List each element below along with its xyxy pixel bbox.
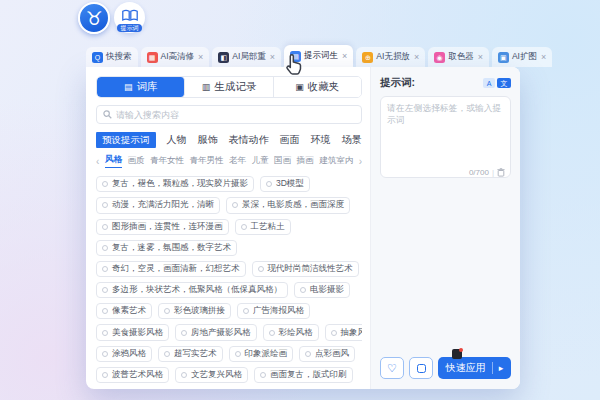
tag-checkbox[interactable] (305, 351, 311, 357)
tag-checkbox[interactable] (269, 330, 275, 336)
tab-close-icon[interactable]: × (342, 51, 347, 61)
tag-chip[interactable]: 电影摄影 (294, 282, 350, 298)
tag-chip[interactable]: 涂鸦风格 (96, 346, 152, 362)
tag-checkbox[interactable] (164, 308, 170, 314)
subcategory-国画[interactable]: 国画 (274, 155, 291, 167)
tag-chip[interactable]: 印象派绘画 (229, 346, 294, 362)
category-画面[interactable]: 画面 (280, 133, 300, 147)
library-tab-收藏夹[interactable]: ▣收藏夹 (274, 77, 361, 97)
tag-chip[interactable]: 美食摄影风格 (96, 324, 169, 340)
tag-chip[interactable]: 波普艺术风格 (96, 367, 169, 383)
tag-checkbox[interactable] (260, 372, 266, 378)
subcategory-老年[interactable]: 老年 (229, 155, 246, 167)
trash-icon[interactable] (497, 168, 505, 177)
copy-button[interactable] (409, 357, 433, 379)
tab-close-icon[interactable]: × (541, 52, 546, 62)
tag-checkbox[interactable] (102, 351, 108, 357)
subcategory-风格[interactable]: 风格 (105, 154, 122, 168)
subcategory-插画[interactable]: 插画 (297, 155, 314, 167)
tag-chip[interactable]: 工艺粘土 (235, 219, 291, 235)
prompt-book-logo[interactable]: 提示词 (114, 2, 145, 33)
category-人物[interactable]: 人物 (167, 133, 187, 147)
tag-chip[interactable]: 复古，褪色，颗粒感，现实胶片摄影 (96, 176, 254, 192)
tab-提示词生[interactable]: ▤提示词生× (284, 45, 353, 67)
tag-chip[interactable]: 奇幻，空灵，画面清新，幻想艺术 (96, 261, 246, 277)
tag-checkbox[interactable] (181, 330, 187, 336)
tag-checkbox[interactable] (102, 266, 108, 272)
tag-chip[interactable]: 广告海报风格 (237, 303, 310, 319)
tag-checkbox[interactable] (102, 372, 108, 378)
prompt-textarea[interactable] (380, 96, 511, 178)
tag-checkbox[interactable] (331, 330, 337, 336)
tab-快搜索[interactable]: Q快搜索 (86, 47, 138, 67)
tag-checkbox[interactable] (243, 308, 249, 314)
tag-checkbox[interactable] (102, 202, 108, 208)
search-input[interactable] (116, 110, 355, 120)
quick-apply-button[interactable]: 快速应用 ▸ (438, 357, 511, 379)
copy-prompt-icon[interactable]: A (483, 78, 495, 88)
tag-checkbox[interactable] (241, 224, 247, 230)
tag-checkbox[interactable] (164, 351, 170, 357)
translate-icon[interactable]: 文 (497, 78, 511, 88)
tag-chip[interactable]: 画面复古，版式印刷 (254, 367, 353, 383)
tag-label: 波普艺术风格 (112, 369, 163, 381)
search-box[interactable] (96, 105, 362, 124)
tag-checkbox[interactable] (258, 266, 264, 272)
library-tab-生成记录[interactable]: ▥生成记录 (185, 77, 273, 97)
tag-chip[interactable]: 现代时尚简洁线性艺术 (252, 261, 359, 277)
tag-checkbox[interactable] (266, 181, 272, 187)
subcategory-row: ‹风格画质青年女性青年男性老年儿童国画插画建筑室内› (96, 154, 362, 168)
subcat-next-icon[interactable]: › (359, 156, 362, 167)
favorite-button[interactable]: ♡ (380, 357, 404, 379)
tag-chip[interactable]: 彩色玻璃拼接 (158, 303, 231, 319)
tab-label: AI无损放 (376, 51, 410, 63)
tag-checkbox[interactable] (232, 202, 238, 208)
tag-chip[interactable]: 超写实艺术 (158, 346, 223, 362)
tag-checkbox[interactable] (102, 224, 108, 230)
tag-chip[interactable]: 多边形，块状艺术，低聚风格（低保真风格） (96, 282, 288, 298)
tab-close-icon[interactable]: × (198, 52, 203, 62)
subcategory-儿童[interactable]: 儿童 (252, 155, 269, 167)
subcat-prev-icon[interactable]: ‹ (96, 156, 99, 167)
tag-checkbox[interactable] (235, 351, 241, 357)
subcategory-画质[interactable]: 画质 (127, 155, 144, 167)
subcategory-青年女性[interactable]: 青年女性 (150, 155, 184, 167)
tab-AI高清修[interactable]: ▦AI高清修× (141, 47, 210, 67)
tag-chip[interactable]: 图形插画，连贯性，连环漫画 (96, 219, 229, 235)
tab-取色器[interactable]: ◉取色器× (428, 47, 489, 67)
tag-chip[interactable]: 景深，电影质感，画面深度 (226, 197, 350, 213)
category-环境[interactable]: 环境 (311, 133, 331, 147)
tab-AI局部重[interactable]: ◧AI局部重× (212, 47, 281, 67)
tag-row: 像素艺术彩色玻璃拼接广告海报风格 (96, 303, 362, 319)
tag-label: 文艺复兴风格 (191, 369, 242, 381)
library-tab-词库[interactable]: ▤词库 (97, 77, 185, 97)
tag-chip[interactable]: 房地产摄影风格 (175, 324, 257, 340)
tag-checkbox[interactable] (102, 330, 108, 336)
tab-close-icon[interactable]: × (478, 52, 483, 62)
tag-checkbox[interactable] (300, 287, 306, 293)
tag-checkbox[interactable] (102, 245, 108, 251)
subcategory-建筑室内[interactable]: 建筑室内 (319, 155, 353, 167)
subcategory-青年男性[interactable]: 青年男性 (189, 155, 223, 167)
tag-checkbox[interactable] (181, 372, 187, 378)
tag-chip[interactable]: 3D模型 (260, 176, 310, 192)
tab-AI扩图[interactable]: ▣AI扩图× (492, 47, 552, 67)
tag-checkbox[interactable] (102, 308, 108, 314)
category-服饰[interactable]: 服饰 (198, 133, 218, 147)
tag-chip[interactable]: 动漫，充满活力阳光，清晰 (96, 197, 220, 213)
tag-chip[interactable]: 像素艺术 (96, 303, 152, 319)
tag-chip[interactable]: 点彩画风 (299, 346, 355, 362)
app-logo[interactable]: ♉ (78, 2, 110, 34)
tag-chip[interactable]: 复古，迷雾，氛围感，数字艺术 (96, 240, 237, 256)
category-场景[interactable]: 场景 (342, 133, 362, 147)
tab-AI无损放[interactable]: ⊕AI无损放× (356, 47, 425, 67)
tab-close-icon[interactable]: × (414, 52, 419, 62)
tab-close-icon[interactable]: × (270, 52, 275, 62)
category-表情动作[interactable]: 表情动作 (229, 133, 269, 147)
tag-chip[interactable]: 抽象风格 (325, 324, 363, 340)
tag-checkbox[interactable] (102, 181, 108, 187)
tag-chip[interactable]: 彩绘风格 (263, 324, 319, 340)
tag-checkbox[interactable] (102, 287, 108, 293)
tag-chip[interactable]: 文艺复兴风格 (175, 367, 248, 383)
category-预设提示词[interactable]: 预设提示词 (96, 132, 156, 149)
